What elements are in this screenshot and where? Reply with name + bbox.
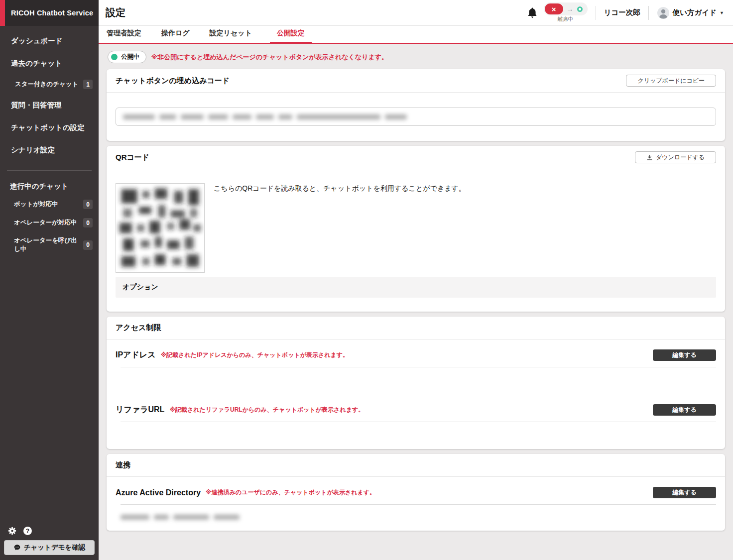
referrer-url-note: ※記載されたリファラURLからのみ、チャットボットが表示されます。 (169, 406, 364, 414)
redacted-embed-code (123, 114, 407, 119)
presence-available-icon (577, 6, 583, 12)
redacted-tenant-info (121, 515, 716, 520)
sidebar-item-label: チャットボットの設定 (11, 123, 85, 132)
user-name: リコー次郎 (604, 8, 640, 17)
qr-code-image (116, 183, 205, 273)
settings-gear-icon[interactable] (8, 527, 16, 535)
azure-ad-label: Azure Active Directory (116, 488, 201, 497)
presence-toggle[interactable]: × → (544, 2, 588, 15)
referrer-url-label: リファラURL (116, 405, 164, 415)
chat-demo-button[interactable]: チャットデモを確認 (4, 540, 95, 555)
edit-ip-address-button[interactable]: 編集する (653, 349, 716, 361)
sidebar-item-label: 過去のチャット (11, 59, 62, 68)
embed-code-title: チャットボタンの埋め込みコード (116, 76, 230, 86)
ip-address-empty-list (107, 367, 725, 394)
edit-referrer-url-button[interactable]: 編集する (653, 404, 716, 416)
divider (596, 6, 596, 20)
referrer-url-empty-list (107, 422, 725, 449)
tab-publish-settings[interactable]: 公開設定 (270, 25, 312, 44)
tab-operation-log[interactable]: 操作ログ (159, 25, 192, 44)
content-area: 公開中 ※非公開にすると埋め込んだページのチャットボタンが表示されなくなります。… (99, 44, 733, 560)
integration-title: 連携 (116, 460, 130, 470)
guide-label: 使い方ガイド (673, 8, 717, 17)
sidebar-item-scenario-settings[interactable]: シナリオ設定 (0, 139, 99, 161)
embed-code-input[interactable] (116, 108, 716, 126)
sidebar-item-label: オペレーターが対応中 (14, 219, 77, 227)
ip-address-note: ※記載されたIPアドレスからのみ、チャットボットが表示されます。 (161, 351, 349, 359)
qr-option-label: オプション (122, 283, 158, 291)
chat-bubble-icon (13, 544, 21, 551)
sidebar-bottom: ? チャットデモを確認 (0, 527, 99, 560)
azure-ad-row: Azure Active Directory ※連携済みのユーザにのみ、チャット… (107, 477, 725, 504)
ip-address-row: IPアドレス ※記載されたIPアドレスからのみ、チャットボットが表示されます。 … (107, 339, 725, 367)
sidebar: RICOH Chatbot Service ダッシュボード 過去のチャット スタ… (0, 0, 99, 560)
integration-card: 連携 Azure Active Directory ※連携済みのユーザにのみ、チ… (107, 454, 725, 531)
qr-option-row[interactable]: オプション (116, 277, 716, 298)
sidebar-item-label: ボットが対応中 (14, 200, 58, 209)
qr-code-title: QRコード (116, 153, 149, 162)
app-logo-text: RICOH Chatbot Service (11, 9, 93, 17)
sidebar-item-label: シナリオ設定 (11, 145, 55, 155)
publish-status-badge: 公開中 (108, 51, 146, 63)
presence-control: × → 離席中 (544, 2, 588, 23)
operator-handling-count-badge: 0 (83, 218, 93, 227)
active-chats-section-title: 進行中のチャット (0, 171, 99, 195)
settings-tabbar: 管理者設定 操作ログ 設定リセット 公開設定 (99, 26, 733, 44)
page-title: 設定 (106, 6, 125, 19)
avatar (657, 6, 670, 19)
guide-menu[interactable]: 使い方ガイド ▼ (657, 6, 724, 19)
edit-azure-ad-button[interactable]: 編集する (653, 487, 716, 498)
copy-to-clipboard-button[interactable]: クリップボードにコピー (626, 75, 716, 87)
access-restriction-card: アクセス制限 IPアドレス ※記載されたIPアドレスからのみ、チャットボットが表… (107, 317, 725, 449)
presence-status-label: 離席中 (558, 16, 574, 23)
sidebar-item-label: オペレーターを呼び出し中 (14, 236, 83, 253)
divider (648, 6, 649, 20)
sidebar-item-operator-calling[interactable]: オペレーターを呼び出し中 0 (0, 232, 99, 258)
access-restriction-title: アクセス制限 (116, 323, 161, 333)
sidebar-item-chatbot-settings[interactable]: チャットボットの設定 (0, 116, 99, 139)
bot-handling-count-badge: 0 (83, 200, 93, 209)
sidebar-item-qa-management[interactable]: 質問・回答管理 (0, 94, 99, 116)
qr-code-card: QRコード ダウンロードする (107, 146, 725, 312)
published-dot-icon (111, 54, 118, 60)
download-icon (646, 154, 653, 161)
sidebar-item-starred-chats[interactable]: スター付きのチャット 1 (0, 75, 99, 94)
sidebar-nav: ダッシュボード 過去のチャット スター付きのチャット 1 質問・回答管理 チャッ… (0, 26, 99, 258)
azure-ad-note: ※連携済みのユーザにのみ、チャットボットが表示されます。 (206, 488, 375, 497)
sidebar-item-bot-handling[interactable]: ボットが対応中 0 (0, 195, 99, 214)
publish-warning-text: ※非公開にすると埋め込んだページのチャットボタンが表示されなくなります。 (151, 53, 388, 62)
download-qr-button[interactable]: ダウンロードする (635, 151, 716, 163)
help-icon[interactable]: ? (23, 527, 32, 535)
download-qr-button-label: ダウンロードする (656, 153, 705, 162)
main-area: 設定 × → 離席中 リコー次郎 (99, 0, 733, 560)
qr-description: こちらのQRコードを読み取ると、チャットボットを利用することができます。 (214, 183, 466, 273)
sidebar-item-label: 質問・回答管理 (11, 101, 62, 110)
tab-settings-reset[interactable]: 設定リセット (208, 25, 254, 44)
referrer-url-row: リファラURL ※記載されたリファラURLからのみ、チャットボットが表示されます… (107, 394, 725, 422)
sidebar-item-label: スター付きのチャット (15, 80, 78, 89)
operator-calling-count-badge: 0 (83, 240, 93, 250)
chat-demo-button-label: チャットデモを確認 (24, 543, 86, 552)
sidebar-item-operator-handling[interactable]: オペレーターが対応中 0 (0, 214, 99, 232)
presence-away-icon: × (545, 3, 563, 14)
top-bar: 設定 × → 離席中 リコー次郎 (99, 0, 733, 26)
sidebar-item-past-chats[interactable]: 過去のチャット (0, 52, 99, 75)
tab-admin-settings[interactable]: 管理者設定 (105, 25, 143, 44)
starred-count-badge: 1 (83, 80, 93, 89)
sidebar-item-dashboard[interactable]: ダッシュボード (0, 30, 99, 52)
embed-code-card: チャットボタンの埋め込みコード クリップボードにコピー (107, 69, 725, 141)
sidebar-item-label: ダッシュボード (11, 36, 63, 46)
publish-status-label: 公開中 (121, 53, 140, 61)
ip-address-label: IPアドレス (116, 350, 156, 360)
notification-bell-icon[interactable] (527, 7, 538, 19)
chevron-down-icon: ▼ (720, 10, 724, 15)
publish-notice-row: 公開中 ※非公開にすると埋め込んだページのチャットボタンが表示されなくなります。 (108, 51, 725, 63)
app-logo: RICOH Chatbot Service (0, 0, 99, 26)
arrow-right-icon: → (567, 5, 574, 13)
